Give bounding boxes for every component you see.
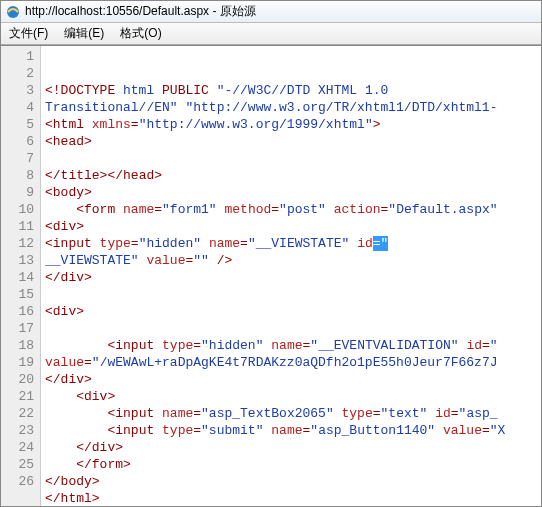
- code-line: __VIEWSTATE" value="" />: [45, 252, 541, 269]
- line-number: 1: [1, 48, 40, 65]
- line-number: 21: [1, 388, 40, 405]
- code-line: <input type="submit" name="asp_Button114…: [45, 422, 541, 439]
- line-number: 13: [1, 252, 40, 269]
- code-line: </form>: [45, 456, 541, 473]
- code-line: <input type="hidden" name="__EVENTVALIDA…: [45, 337, 541, 354]
- code-line: [45, 48, 541, 65]
- line-number: 18: [1, 337, 40, 354]
- code-line: <head>: [45, 133, 541, 150]
- line-number: 3: [1, 82, 40, 99]
- code-line: <form name="form1" method="post" action=…: [45, 201, 541, 218]
- menu-file[interactable]: 文件(F): [1, 23, 56, 44]
- code-line: <html xmlns="http://www.w3.org/1999/xhtm…: [45, 116, 541, 133]
- line-number: 2: [1, 65, 40, 82]
- code-line: </title></head>: [45, 167, 541, 184]
- code-line: <div>: [45, 388, 541, 405]
- code-line: </div>: [45, 269, 541, 286]
- line-number: 26: [1, 473, 40, 490]
- line-number: 12: [1, 235, 40, 252]
- line-number: 4: [1, 99, 40, 116]
- titlebar: http://localhost:10556/Default.aspx - 原始…: [1, 1, 541, 23]
- code-line: <input name="asp_TextBox2065" type="text…: [45, 405, 541, 422]
- line-number: 24: [1, 439, 40, 456]
- line-number: 15: [1, 286, 40, 303]
- line-number: 16: [1, 303, 40, 320]
- code-line: <!DOCTYPE html PUBLIC "-//W3C//DTD XHTML…: [45, 82, 541, 99]
- line-number: 7: [1, 150, 40, 167]
- code-line: value="/wEWAwL+raDpAgKE4t7RDAKzz0aQDfh2o…: [45, 354, 541, 371]
- line-number: 23: [1, 422, 40, 439]
- code-line: </body>: [45, 473, 541, 490]
- ie-icon: [5, 4, 21, 20]
- line-number: 9: [1, 184, 40, 201]
- code-line: <div>: [45, 218, 541, 235]
- line-number: 10: [1, 201, 40, 218]
- line-number: 5: [1, 116, 40, 133]
- source-code[interactable]: <!DOCTYPE html PUBLIC "-//W3C//DTD XHTML…: [41, 46, 541, 506]
- code-line: </div>: [45, 439, 541, 456]
- line-number: 6: [1, 133, 40, 150]
- line-number: 17: [1, 320, 40, 337]
- line-number: 8: [1, 167, 40, 184]
- code-line: [45, 320, 541, 337]
- code-line: <div>: [45, 303, 541, 320]
- line-number: 22: [1, 405, 40, 422]
- menubar: 文件(F) 编辑(E) 格式(O): [1, 23, 541, 45]
- code-line: <input type="hidden" name="__VIEWSTATE" …: [45, 235, 541, 252]
- code-line: <body>: [45, 184, 541, 201]
- code-line: </div>: [45, 371, 541, 388]
- menu-edit[interactable]: 编辑(E): [56, 23, 112, 44]
- line-number: 11: [1, 218, 40, 235]
- content-area: 1 2 3 4 5 6 7 8 9 10 11 12 13 14 15 16 1…: [1, 45, 541, 506]
- code-line: </html>: [45, 490, 541, 506]
- line-gutter: 1 2 3 4 5 6 7 8 9 10 11 12 13 14 15 16 1…: [1, 46, 41, 506]
- code-line: [45, 150, 541, 167]
- line-number: 19: [1, 354, 40, 371]
- window-title: http://localhost:10556/Default.aspx - 原始…: [25, 3, 256, 20]
- line-number: 14: [1, 269, 40, 286]
- selection-highlight: =": [373, 236, 389, 251]
- code-line: [45, 286, 541, 303]
- menu-format[interactable]: 格式(O): [112, 23, 169, 44]
- code-line: Transitional//EN" "http://www.w3.org/TR/…: [45, 99, 541, 116]
- line-number: 25: [1, 456, 40, 473]
- code-line: [45, 65, 541, 82]
- line-number: 20: [1, 371, 40, 388]
